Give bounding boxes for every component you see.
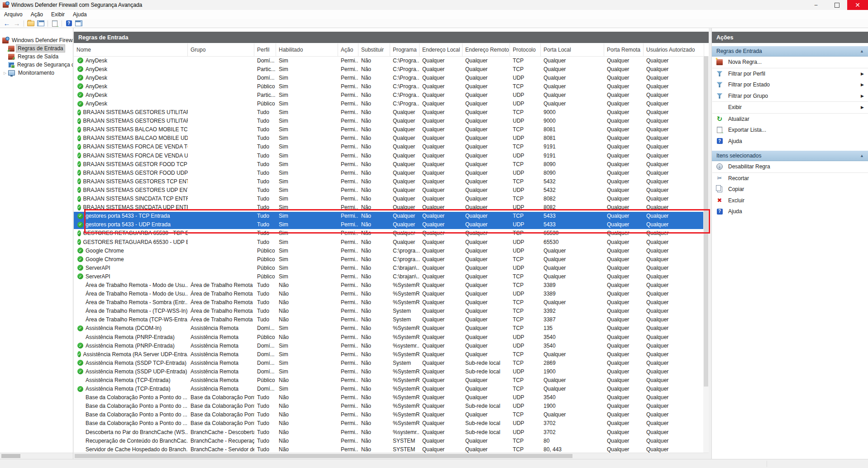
- rule-row[interactable]: ✓Assistência Remota (SSDP TCP-Entrada)As…: [74, 358, 705, 367]
- rule-row[interactable]: Servidor de Cache Hospedado do Branch...…: [74, 445, 705, 453]
- rule-row[interactable]: ✓BRAJAN SISTEMAS GESTORES TCP ENTR...Tud…: [74, 177, 705, 186]
- list-hscrollbar-thumb[interactable]: [75, 454, 572, 458]
- rule-row[interactable]: ✓BRAJAN SISTEMAS GESTORES UTILITARI...Tu…: [74, 117, 705, 125]
- sidebar-item-regras-de-entrada[interactable]: Regras de Entrada: [0, 44, 73, 53]
- column-header-nome[interactable]: Nome: [74, 43, 188, 56]
- column-header-habilitado[interactable]: Habilitado: [276, 43, 338, 56]
- rule-row[interactable]: Assistência Remota (TCP-Entrada)Assistên…: [74, 376, 705, 384]
- rule-row[interactable]: Descoberta no Par do BranchCache (WS...B…: [74, 428, 705, 436]
- rule-row[interactable]: ✓Assistência Remota (DCOM-In)Assistência…: [74, 324, 705, 333]
- rule-row[interactable]: ✓BRAJAN SISTEMAS SINCDATA UDP ENTR...Tud…: [74, 203, 705, 212]
- column-header-porta-remota[interactable]: Porta Remota: [604, 43, 644, 56]
- action-item-ajuda[interactable]: ?Ajuda: [712, 206, 868, 217]
- rule-row[interactable]: Base da Colaboração Ponto a Ponto do ...…: [74, 419, 705, 428]
- column-header-porta-local[interactable]: Porta Local: [541, 43, 604, 56]
- column-header-substituir[interactable]: Substituir: [358, 43, 390, 56]
- rule-row[interactable]: ✓gestores porta 5433 - UDP EntradaTudoSi…: [74, 220, 705, 229]
- rule-row[interactable]: ✓gestores porta 5433 - TCP EntradaTudoSi…: [74, 212, 705, 220]
- list-horizontal-scrollbar[interactable]: [74, 453, 709, 459]
- action-item-filtrar-por-grupo[interactable]: Filtrar por Grupo▶: [712, 91, 868, 102]
- column-header-programa[interactable]: Programa: [390, 43, 420, 56]
- menu-arquivo[interactable]: Arquivo: [0, 10, 27, 19]
- toolbar-button-forward-icon[interactable]: →: [12, 19, 22, 28]
- rule-row[interactable]: Área de Trabalho Remota - Modo de Usu...…: [74, 290, 705, 298]
- column-header-perfil[interactable]: Perfil: [254, 43, 276, 56]
- maximize-button[interactable]: [826, 0, 847, 10]
- collapse-icon[interactable]: ▲: [860, 153, 864, 158]
- action-item-exibir[interactable]: Exibir▶: [712, 102, 868, 113]
- column-header-enderec-o-remoto[interactable]: Endereço Remoto: [463, 43, 510, 56]
- rule-row[interactable]: ✓BRAJAN SISTEMAS BALCAO MOBILE UD...Tudo…: [74, 134, 705, 143]
- column-header-usua-rios-autorizado[interactable]: Usuários Autorizado: [644, 43, 704, 56]
- rule-row[interactable]: ✓Assistência Remota (PNRP-Entrada)Assist…: [74, 341, 705, 350]
- column-header-protocolo[interactable]: Protocolo: [510, 43, 541, 56]
- action-item-exportar-lista[interactable]: Exportar Lista...: [712, 124, 868, 136]
- action-item-filtrar-por-perfil[interactable]: Filtrar por Perfil▶: [712, 68, 868, 80]
- rule-row[interactable]: ✓GESTORES RETAGUARDA 65530 - UDP En...Tu…: [74, 238, 705, 246]
- rule-row[interactable]: Área de Trabalho Remota (TCP-WS-Entra...…: [74, 315, 705, 324]
- sidebar-item-regras-de-sai-da[interactable]: Regras de Saída: [0, 53, 73, 61]
- rule-row[interactable]: ✓BRAJAN SISTEMAS BALCAO MOBILE TC...Tudo…: [74, 125, 705, 134]
- rule-row[interactable]: Área de Trabalho Remota - Modo de Usu...…: [74, 281, 705, 289]
- tree-root-node[interactable]: Windows Defender Firewall cor: [0, 36, 73, 44]
- column-header-grupo[interactable]: Grupo: [188, 43, 254, 56]
- rule-row[interactable]: ✓Google ChromePúblicoSimPermi...NãoC:\pr…: [74, 255, 705, 263]
- rule-row[interactable]: ✓GESTORES RETAGUARDA 65530 - TCP Ent...T…: [74, 229, 705, 238]
- toolbar-button-action-pane-icon[interactable]: [74, 19, 84, 28]
- close-button[interactable]: ✕: [847, 0, 868, 10]
- toolbar-button-console-window-icon[interactable]: [36, 19, 46, 28]
- action-item-ajuda[interactable]: ?Ajuda: [712, 136, 868, 147]
- rule-row[interactable]: ✓AnyDeskPúblicoSimPermi...NãoC:\Progra..…: [74, 99, 705, 108]
- toolbar-button-export-list-icon[interactable]: [50, 19, 60, 28]
- menu-exibir[interactable]: Exibir: [47, 10, 69, 19]
- sidebar-item-regras-de-seguranc-a-de-cor[interactable]: Regras de Segurança de Cor: [0, 61, 73, 69]
- rule-row[interactable]: Recuperação de Conteúdo do BranchCac...B…: [74, 436, 705, 445]
- toolbar-button-help-icon[interactable]: ?: [64, 19, 74, 28]
- action-item-recortar[interactable]: ✂Recortar: [712, 173, 868, 184]
- action-item-nova-regra[interactable]: Nova Regra...: [712, 57, 868, 68]
- menu-ac-a-o[interactable]: Ação: [27, 10, 47, 19]
- minimize-button[interactable]: –: [806, 0, 826, 10]
- rule-row[interactable]: ✓AnyDeskPúblicoSimPermi...NãoC:\Progra..…: [74, 82, 705, 91]
- rule-row[interactable]: ✓BRAJAN SISTEMAS GESTORES UDP ENTR...Tud…: [74, 186, 705, 194]
- rule-row[interactable]: ✓Assistência Remota (SSDP UDP-Entrada)As…: [74, 367, 705, 376]
- rule-row[interactable]: ✓BRAJAN SISTEMAS SINCDATA TCP ENTR...Tud…: [74, 195, 705, 203]
- toolbar-button-show-tree-icon[interactable]: [26, 19, 36, 28]
- rule-row[interactable]: ✓ServerAPIPúblicoSimPermi...NãoC:\brajan…: [74, 272, 705, 281]
- rule-row[interactable]: ✓AnyDeskDomí...SimPermi...NãoC:\Progra..…: [74, 56, 705, 65]
- rule-row[interactable]: ✓BRAJAN SISTEMAS GESTOR FOOD UDP E...Tud…: [74, 168, 705, 177]
- action-item-desabilitar-regra[interactable]: ↓Desabilitar Regra: [712, 161, 868, 172]
- action-item-atualizar[interactable]: ↻Atualizar: [712, 114, 868, 125]
- rule-row[interactable]: ✓AnyDeskPartic...SimPermi...NãoC:\Progra…: [74, 65, 705, 73]
- rule-row[interactable]: Base da Colaboração Ponto a Ponto do ...…: [74, 393, 705, 402]
- actions-group-header-itens-selecionados[interactable]: Itens selecionados▲: [712, 151, 868, 161]
- action-item-excluir[interactable]: ✖Excluir: [712, 195, 868, 206]
- tree-horizontal-scrollbar[interactable]: [0, 453, 73, 459]
- toolbar-button-back-icon[interactable]: ←: [2, 19, 12, 28]
- action-item-filtrar-por-estado[interactable]: Filtrar por Estado▶: [712, 79, 868, 91]
- rule-row[interactable]: ✓BRAJAN SISTEMAS GESTOR FOOD TCP E...Tud…: [74, 160, 705, 168]
- sidebar-item-monitoramento[interactable]: ▷Monitoramento: [0, 69, 73, 77]
- menu-ajuda[interactable]: Ajuda: [69, 10, 91, 19]
- rule-row[interactable]: Área de Trabalho Remota - Sombra (Entr..…: [74, 298, 705, 307]
- column-header-enderec-o-local[interactable]: Endereço Local: [420, 43, 463, 56]
- rule-row[interactable]: ✓BRAJAN SISTEMAS GESTORES UTILITARI...Tu…: [74, 108, 705, 117]
- rule-row[interactable]: Área de Trabalho Remota - (TCP-WSS-In)Ár…: [74, 307, 705, 315]
- rule-row[interactable]: Base da Colaboração Ponto a Ponto do ...…: [74, 402, 705, 411]
- rule-row[interactable]: ✓ServerAPIPúblicoSimPermi...NãoC:\brajan…: [74, 263, 705, 272]
- list-vscrollbar-thumb[interactable]: [704, 56, 708, 387]
- rule-row[interactable]: ✓BRAJAN SISTEMAS FORCA DE VENDA U...Tudo…: [74, 151, 705, 160]
- rule-row[interactable]: Base da Colaboração Ponto a Ponto do ...…: [74, 411, 705, 419]
- rule-row[interactable]: ✓AnyDeskDomí...SimPermi...NãoC:\Progra..…: [74, 73, 705, 82]
- actions-group-header-regras-de-entrada[interactable]: Regras de Entrada▲: [712, 46, 868, 57]
- action-item-copiar[interactable]: Copiar: [712, 184, 868, 195]
- column-header-ac-a-o[interactable]: Ação: [338, 43, 358, 56]
- rule-row[interactable]: ✓BRAJAN SISTEMAS FORCA DE VENDA TC...Tud…: [74, 143, 705, 151]
- list-vertical-scrollbar[interactable]: [703, 56, 709, 453]
- tree-scrollbar-thumb[interactable]: [1, 454, 20, 458]
- rule-row[interactable]: ✓Assistência Remota (RA Server UDP-Entra…: [74, 350, 705, 358]
- expand-chevron-icon[interactable]: ▷: [4, 71, 8, 75]
- rule-row[interactable]: Assistência Remota (PNRP-Entrada)Assistê…: [74, 333, 705, 341]
- collapse-icon[interactable]: ▲: [860, 49, 864, 53]
- rule-row[interactable]: ✓Google ChromePúblicoSimPermi...NãoC:\pr…: [74, 246, 705, 255]
